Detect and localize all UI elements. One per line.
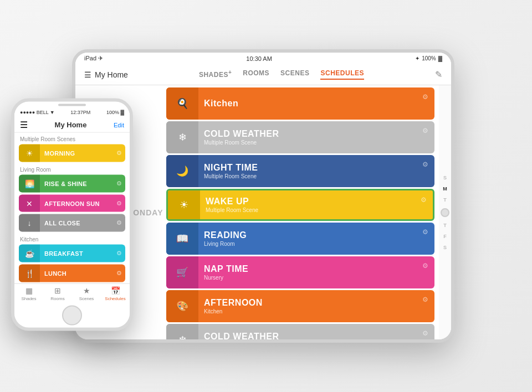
day-picker-knob[interactable] — [441, 208, 449, 217]
kitchen-title: Kitchen — [204, 99, 429, 109]
schedule-item-reading[interactable]: 📖 READING Living Room ⚙ — [166, 223, 434, 255]
iphone-battery: 100% ▓ — [106, 110, 124, 115]
rooms-tab-icon: ⊞ — [54, 286, 61, 295]
breakfast-icon: ☕ — [25, 249, 34, 258]
edit-pencil-icon[interactable]: ✎ — [435, 69, 442, 80]
schedule-item-kitchen[interactable]: 🍳 Kitchen ⚙ — [166, 87, 434, 120]
iphone-menu-icon[interactable]: ☰ — [20, 120, 28, 130]
wake-up-icon-area: ☀ — [168, 190, 200, 219]
cold-weather-1-text: COLD WEATHER Multiple Room Scene — [198, 125, 434, 151]
nap-time-title: NAP TIME — [204, 264, 429, 274]
kitchen-text: Kitchen — [198, 94, 434, 113]
statusbar-time: 10:30 AM — [246, 55, 272, 62]
kitchen-icon: 🍳 — [176, 97, 188, 110]
tab-schedules[interactable]: SCHEDULES — [320, 69, 364, 80]
iphone-item-morning[interactable]: ☀ MORNING ⚙ — [19, 145, 125, 162]
schedule-item-cold-weather-2[interactable]: ❄ COLD WEATHER Multiple Room Scene ⚙ — [166, 324, 434, 339]
wake-up-text: WAKE UP Multiple Room Scene — [200, 192, 433, 218]
cold-weather-2-gear-icon[interactable]: ⚙ — [419, 327, 431, 339]
schedule-item-cold-weather-1[interactable]: ❄ COLD WEATHER Multiple Room Scene ⚙ — [166, 121, 434, 153]
reading-icon-area: 📖 — [166, 223, 198, 255]
kitchen-icon-area: 🍳 — [166, 87, 198, 120]
day-t1[interactable]: T — [443, 197, 447, 203]
cold-weather-1-subtitle: Multiple Room Scene — [204, 140, 429, 146]
iphone-item-breakfast[interactable]: ☕ BREAKFAST ⚙ — [19, 245, 125, 262]
iphone-time: 12:37PM — [70, 110, 90, 115]
day-f[interactable]: F — [443, 234, 447, 239]
tab-scenes[interactable]: SCENES — [280, 69, 309, 80]
afternoon-sun-gear-icon[interactable]: ⚙ — [116, 200, 122, 207]
lunch-gear-icon[interactable]: ⚙ — [116, 270, 122, 277]
iphone-home-button[interactable] — [62, 306, 82, 326]
lunch-label: LUNCH — [40, 270, 66, 277]
reading-title: READING — [204, 230, 429, 240]
cold-weather-1-icon-area: ❄ — [166, 121, 198, 153]
iphone-home-label: My Home — [55, 121, 87, 129]
morning-icon-area: ☀ — [19, 145, 40, 162]
night-time-gear-icon[interactable]: ⚙ — [419, 158, 431, 171]
night-time-title: NIGHT TIME — [204, 163, 429, 173]
menu-icon[interactable]: ☰ — [84, 70, 91, 79]
iphone-tab-shades[interactable]: ▦ Shades — [14, 286, 43, 301]
iphone-tab-scenes[interactable]: ★ Scenes — [72, 286, 101, 301]
ipad-statusbar: iPad ✈ 10:30 AM ✦ 100% ▓ — [75, 53, 451, 64]
iphone-speaker — [58, 104, 86, 106]
iphone-item-lunch[interactable]: 🍴 LUNCH ⚙ — [19, 265, 125, 282]
wake-up-gear-icon[interactable]: ⚙ — [417, 194, 429, 206]
schedule-item-afternoon[interactable]: 🎨 AFTERNOON Kitchen ⚙ — [166, 290, 434, 322]
shades-tab-label: Shades — [21, 296, 36, 301]
morning-gear-icon[interactable]: ⚙ — [116, 149, 122, 157]
morning-label: MORNING — [40, 150, 75, 157]
all-close-gear-icon[interactable]: ⚙ — [116, 219, 122, 226]
day-s2[interactable]: S — [443, 245, 447, 250]
day-m[interactable]: M — [443, 186, 447, 192]
afternoon-title: AFTERNOON — [204, 298, 429, 308]
morning-icon: ☀ — [26, 149, 33, 158]
schedule-list: 🍳 Kitchen ⚙ ❄ COLD WEATHER — [164, 85, 439, 339]
nav-tabs: SHADES+ ROOMS SCENES SCHEDULES — [199, 69, 364, 80]
reading-text: READING Living Room — [198, 226, 434, 252]
nap-time-icon-area: 🛒 — [166, 256, 198, 288]
afternoon-subtitle: Kitchen — [204, 308, 429, 314]
battery-label: 100% — [422, 55, 436, 61]
afternoon-gear-icon[interactable]: ⚙ — [419, 293, 431, 306]
kitchen-gear-icon[interactable]: ⚙ — [419, 91, 431, 103]
cold-weather-1-title: COLD WEATHER — [204, 129, 429, 139]
iphone-item-afternoon-sun[interactable]: ✕ AFTERNOON SUN ⚙ — [19, 194, 125, 212]
reading-icon: 📖 — [176, 233, 188, 245]
rise-shine-label: RISE & SHINE — [40, 180, 87, 187]
day-t2[interactable]: T — [443, 223, 447, 228]
rise-shine-icon-area: 🌅 — [19, 174, 40, 192]
nap-time-subtitle: Nursery — [204, 275, 429, 281]
iphone-section-kitchen: Kitchen — [14, 233, 130, 244]
tab-rooms[interactable]: ROOMS — [243, 69, 269, 80]
tab-shades[interactable]: SHADES+ — [199, 69, 232, 80]
night-time-icon: 🌙 — [176, 165, 188, 177]
ipad-home-title[interactable]: ☰ My Home — [84, 70, 128, 79]
reading-gear-icon[interactable]: ⚙ — [419, 226, 431, 238]
wake-up-icon: ☀ — [180, 199, 188, 211]
iphone-tab-rooms[interactable]: ⊞ Rooms — [43, 286, 72, 301]
iphone-tab-schedules[interactable]: 📅 Schedules — [101, 286, 130, 301]
nap-time-gear-icon[interactable]: ⚙ — [419, 260, 431, 272]
iphone-edit-button[interactable]: Edit — [114, 121, 124, 128]
schedule-item-night-time[interactable]: 🌙 NIGHT TIME Multiple Room Scene ⚙ — [166, 155, 434, 187]
rise-shine-gear-icon[interactable]: ⚙ — [116, 180, 122, 187]
bluetooth-icon: ✦ — [415, 55, 420, 61]
scenes-tab-icon: ★ — [83, 286, 90, 295]
iphone-statusbar: ●●●●● BELL ▼ 12:37PM 100% ▓ — [14, 107, 130, 117]
day-s1[interactable]: S — [443, 175, 447, 180]
schedule-item-wake-up[interactable]: ☀ WAKE UP Multiple Room Scene ⚙ — [166, 189, 434, 221]
statusbar-left: iPad ✈ — [84, 55, 103, 62]
cold-weather-1-icon: ❄ — [178, 131, 187, 143]
cold-weather-1-gear-icon[interactable]: ⚙ — [419, 125, 431, 137]
battery-icon: ▓ — [438, 55, 442, 61]
all-close-label: ALL CLOSE — [40, 220, 80, 226]
afternoon-icon: 🎨 — [176, 300, 188, 312]
breakfast-gear-icon[interactable]: ⚙ — [116, 250, 122, 257]
schedule-item-nap-time[interactable]: 🛒 NAP TIME Nursery ⚙ — [166, 256, 434, 288]
iphone-item-all-close[interactable]: ↓ ALL CLOSE ⚙ — [19, 214, 125, 232]
breakfast-icon-area: ☕ — [19, 245, 40, 262]
iphone-home-title: My Home — [55, 121, 87, 129]
iphone-item-rise-shine[interactable]: 🌅 RISE & SHINE ⚙ — [19, 174, 125, 192]
